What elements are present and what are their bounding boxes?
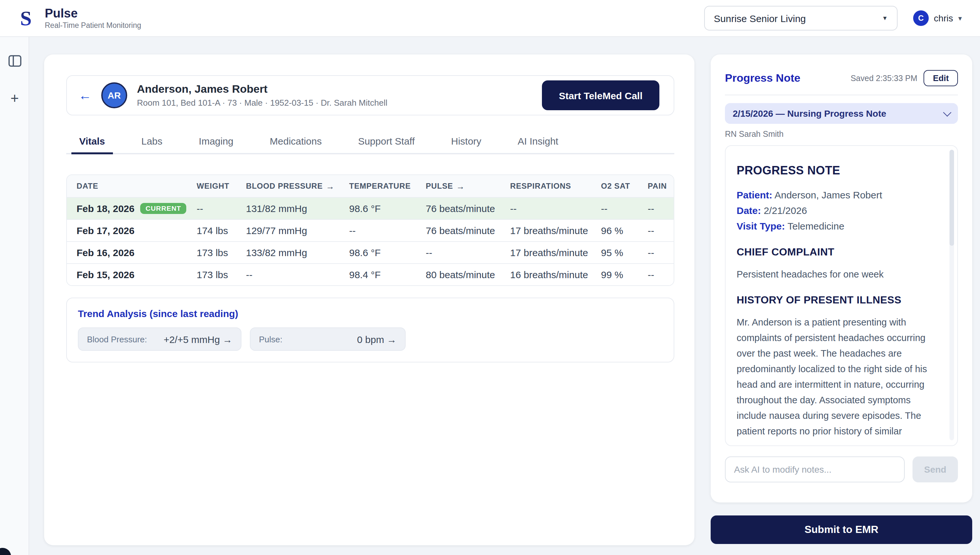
toggle-sidebar-button[interactable] — [0, 50, 29, 72]
row-pain: -- — [648, 269, 674, 280]
pulse-logo-icon: S — [19, 7, 39, 29]
app-tagline: Real-Time Patient Monitoring — [45, 21, 141, 29]
progress-note-title: Progress Note — [725, 72, 800, 85]
trend-bp-value: +2/+5 mmHg → — [164, 334, 232, 345]
trend-arrow-icon: → — [456, 181, 465, 191]
row-o2: 95 % — [601, 247, 648, 258]
tab-support-staff[interactable]: Support Staff — [350, 129, 423, 153]
row-resp: 17 breaths/minute — [510, 225, 601, 236]
doc-field-value: Telemedicine — [788, 220, 844, 231]
row-pulse: 80 beats/minute — [426, 269, 510, 280]
row-bp: -- — [246, 269, 349, 280]
doc-field-label: Patient: — [737, 189, 772, 201]
col-o2-sat: O2 SAT — [601, 181, 648, 191]
patient-header: ← AR Anderson, James Robert Room 101, Be… — [66, 75, 674, 115]
col-pulse: PULSE → — [426, 181, 510, 191]
doc-field-value: 2/21/2026 — [764, 205, 807, 216]
patient-name: Anderson, James Robert — [137, 83, 388, 95]
note-scrollbar-track[interactable] — [949, 150, 954, 440]
row-o2: 99 % — [601, 269, 648, 280]
trend-analysis-card: Trend Analysis (since last reading) Bloo… — [66, 298, 674, 363]
app-title: Pulse — [45, 7, 141, 20]
row-weight: -- — [197, 203, 246, 214]
tab-vitals[interactable]: Vitals — [71, 129, 113, 154]
tab-medications[interactable]: Medications — [262, 129, 329, 153]
note-document: PROGRESS NOTE Patient: Anderson, James R… — [725, 145, 958, 446]
trend-pulse-label: Pulse: — [259, 334, 282, 344]
app-logo: S Pulse Real-Time Patient Monitoring — [19, 7, 141, 29]
doc-field-value: Anderson, James Robert — [775, 189, 882, 201]
trend-bp-label: Blood Pressure: — [87, 334, 147, 344]
col-blood-pressure-label: BLOOD PRESSURE — [246, 181, 323, 191]
user-name: chris — [934, 13, 953, 23]
current-badge: CURRENT — [140, 203, 186, 214]
saved-timestamp: Saved 2:35:33 PM — [851, 74, 917, 83]
sidebar-panel-icon — [8, 55, 21, 67]
send-button[interactable]: Send — [912, 456, 958, 482]
trend-arrow-icon: → — [326, 181, 335, 191]
row-temp: -- — [349, 225, 426, 236]
plus-icon: + — [10, 90, 19, 107]
top-header: S Pulse Real-Time Patient Monitoring Sun… — [0, 0, 980, 37]
row-weight: 173 lbs — [197, 269, 246, 280]
patient-detail-card: ← AR Anderson, James Robert Room 101, Be… — [44, 55, 694, 545]
patient-tabs: Vitals Labs Imaging Medications Support … — [66, 129, 674, 154]
col-pulse-label: PULSE — [426, 181, 453, 191]
row-pulse: 76 beats/minute — [426, 225, 510, 236]
table-row[interactable]: Feb 15, 2026 173 lbs -- 98.4 °F 80 beats… — [67, 263, 674, 285]
note-version-select[interactable]: 2/15/2026 — Nursing Progress Note — [725, 103, 958, 124]
tab-history[interactable]: History — [443, 129, 489, 153]
row-weight: 173 lbs — [197, 247, 246, 258]
note-scrollbar-thumb[interactable] — [949, 150, 954, 246]
row-resp: -- — [510, 203, 601, 214]
table-row[interactable]: Feb 18, 2026CURRENT -- 131/82 mmHg 98.6 … — [67, 197, 674, 219]
tab-imaging[interactable]: Imaging — [191, 129, 241, 153]
ask-ai-input[interactable] — [725, 456, 905, 482]
trend-pulse-pill: Pulse: 0 bpm → — [250, 327, 406, 351]
row-weight: 174 lbs — [197, 225, 246, 236]
row-date: Feb 16, 2026 — [77, 247, 197, 258]
note-version-select-value: 2/15/2026 — Nursing Progress Note — [733, 108, 886, 119]
col-respirations: RESPIRATIONS — [510, 181, 601, 191]
doc-field-label: Date: — [737, 205, 761, 216]
submit-to-emr-button[interactable]: Submit to EMR — [711, 515, 972, 544]
add-button[interactable]: + — [0, 88, 29, 109]
caret-down-icon: ▼ — [882, 15, 888, 21]
row-bp: 131/82 mmHg — [246, 203, 349, 214]
col-weight: WEIGHT — [197, 181, 246, 191]
trend-pulse-value: 0 bpm → — [357, 334, 397, 345]
chevron-down-icon — [943, 108, 951, 116]
back-button[interactable]: ← — [79, 88, 92, 103]
user-menu[interactable]: C chris ▾ — [913, 10, 962, 26]
doc-section-body: Persistent headaches for one week — [737, 266, 938, 282]
row-pain: -- — [648, 225, 674, 236]
note-author: RN Sarah Smith — [725, 130, 958, 139]
table-row[interactable]: Feb 16, 2026 173 lbs 133/82 mmHg 98.6 °F… — [67, 241, 674, 263]
table-row[interactable]: Feb 17, 2026 174 lbs 129/77 mmHg -- 76 b… — [67, 219, 674, 241]
trend-analysis-title: Trend Analysis (since last reading) — [78, 308, 663, 319]
user-avatar: C — [913, 10, 929, 26]
row-o2: -- — [601, 203, 648, 214]
row-resp: 17 breaths/minute — [510, 247, 601, 258]
tab-ai-insight[interactable]: AI Insight — [510, 129, 566, 153]
app-root: S Pulse Real-Time Patient Monitoring Sun… — [0, 0, 980, 555]
row-date: Feb 18, 2026 — [77, 203, 134, 214]
tab-labs[interactable]: Labs — [134, 129, 171, 153]
doc-section-heading: CHIEF COMPLAINT — [737, 246, 938, 258]
doc-field-date: Date: 2/21/2026 — [737, 203, 938, 218]
row-pulse: -- — [426, 247, 510, 258]
facility-select[interactable]: Sunrise Senior Living ▼ — [704, 6, 898, 30]
row-resp: 16 breaths/minute — [510, 269, 601, 280]
edit-note-button[interactable]: Edit — [924, 70, 958, 86]
progress-note-panel: Progress Note Saved 2:35:33 PM Edit 2/15… — [711, 55, 972, 502]
row-temp: 98.6 °F — [349, 247, 426, 258]
svg-text:S: S — [20, 7, 32, 29]
col-temperature: TEMPERATURE — [349, 181, 426, 191]
row-bp: 129/77 mmHg — [246, 225, 349, 236]
start-telemed-call-button[interactable]: Start TeleMed Call — [542, 80, 660, 110]
row-date: Feb 17, 2026 — [77, 225, 197, 236]
row-o2: 96 % — [601, 225, 648, 236]
row-pain: -- — [648, 203, 674, 214]
patient-meta: Room 101, Bed 101-A · 73 · Male · 1952-0… — [137, 98, 388, 107]
divider — [725, 95, 958, 95]
